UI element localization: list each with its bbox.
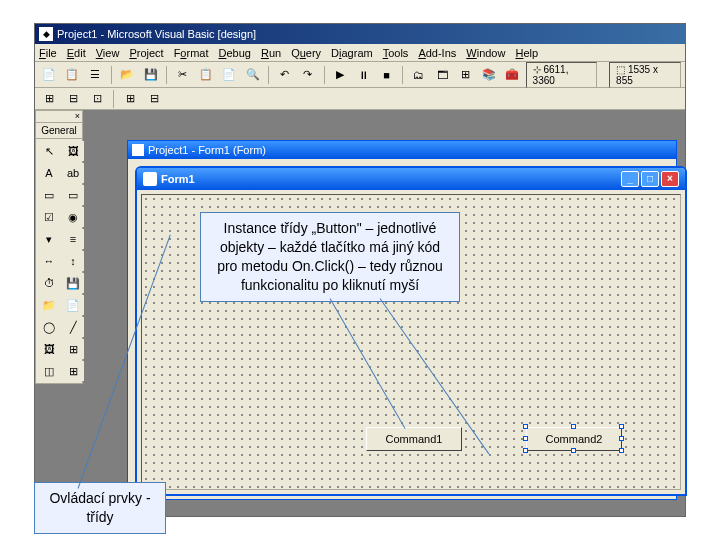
menu-file[interactable]: File (39, 47, 57, 59)
menu-run[interactable]: Run (261, 47, 281, 59)
tb2-btn3[interactable]: ⊡ (87, 89, 107, 109)
extra-tool[interactable]: ⊞ (62, 361, 84, 381)
save-button[interactable]: 💾 (141, 65, 160, 85)
form-designer-titlebar[interactable]: Project1 - Form1 (Form) (128, 141, 676, 159)
form-designer-title: Project1 - Form1 (Form) (148, 144, 266, 156)
ole-tool[interactable]: ◫ (38, 361, 60, 381)
tb2-btn4[interactable]: ⊞ (120, 89, 140, 109)
line-tool[interactable]: ╱ (62, 317, 84, 337)
menu-help[interactable]: Help (515, 47, 538, 59)
menu-editor-button[interactable]: ☰ (86, 65, 105, 85)
minimize-button[interactable]: _ (621, 171, 639, 187)
menu-debug[interactable]: Debug (218, 47, 250, 59)
form-titlebar[interactable]: Form1 _ □ × (137, 168, 685, 190)
data-tool[interactable]: ⊞ (62, 339, 84, 359)
frame-tool[interactable]: ▭ (38, 185, 60, 205)
optionbutton-tool[interactable]: ◉ (62, 207, 84, 227)
image-tool[interactable]: 🖼 (38, 339, 60, 359)
object-browser-button[interactable]: 📚 (479, 65, 498, 85)
separator (113, 90, 114, 108)
menu-tools[interactable]: Tools (383, 47, 409, 59)
menu-window[interactable]: Window (466, 47, 505, 59)
menu-edit[interactable]: Edit (67, 47, 86, 59)
callout-instance: Instance třídy „Button" – jednotlivé obj… (200, 212, 460, 302)
open-button[interactable]: 📂 (118, 65, 137, 85)
picturebox-tool[interactable]: 🖼 (62, 141, 84, 161)
selection-handle[interactable] (619, 424, 624, 429)
hscrollbar-tool[interactable]: ↔ (38, 251, 60, 271)
command1-button[interactable]: Command1 (366, 427, 462, 451)
separator (324, 66, 325, 84)
menu-view[interactable]: View (96, 47, 120, 59)
form-size: ⬚ 1535 x 855 (609, 62, 681, 88)
tb2-btn5[interactable]: ⊟ (144, 89, 164, 109)
label-tool[interactable]: A (38, 163, 60, 183)
commandbutton-tool[interactable]: ▭ (62, 185, 84, 205)
separator (166, 66, 167, 84)
toolbar: 📄 📋 ☰ 📂 💾 ✂ 📋 📄 🔍 ↶ ↷ ▶ ⏸ ■ 🗂 🗔 ⊞ 📚 🧰 ⊹ … (35, 62, 685, 88)
project-explorer-button[interactable]: 🗂 (409, 65, 428, 85)
selection-handle[interactable] (571, 448, 576, 453)
window-buttons: _ □ × (621, 171, 679, 187)
pause-button[interactable]: ⏸ (354, 65, 373, 85)
cursor-pos: ⊹ 6611, 3360 (526, 62, 597, 88)
drivelistbox-tool[interactable]: 💾 (62, 273, 84, 293)
checkbox-tool[interactable]: ☑ (38, 207, 60, 227)
toolbar-secondary: ⊞ ⊟ ⊡ ⊞ ⊟ (35, 88, 685, 110)
mdi-area: × General ↖ 🖼 A ab ▭ ▭ ☑ ◉ ▾ ≡ ↔ ↕ ⏱ 💾 📁… (35, 110, 685, 516)
tb2-btn2[interactable]: ⊟ (63, 89, 83, 109)
menubar: File Edit View Project Format Debug Run … (35, 44, 685, 62)
toolbar-status: ⊹ 6611, 3360 ⬚ 1535 x 855 (526, 62, 681, 88)
menu-format[interactable]: Format (174, 47, 209, 59)
separator (111, 66, 112, 84)
tb2-btn1[interactable]: ⊞ (39, 89, 59, 109)
listbox-tool[interactable]: ≡ (62, 229, 84, 249)
toolbox-close-button[interactable]: × (36, 111, 82, 123)
menu-diagram[interactable]: Diagram (331, 47, 373, 59)
selection-handle[interactable] (523, 424, 528, 429)
titlebar: ◆ Project1 - Microsoft Visual Basic [des… (35, 24, 685, 44)
app-title: Project1 - Microsoft Visual Basic [desig… (57, 28, 256, 40)
menu-project[interactable]: Project (129, 47, 163, 59)
separator (268, 66, 269, 84)
form-layout-button[interactable]: ⊞ (456, 65, 475, 85)
menu-query[interactable]: Query (291, 47, 321, 59)
textbox-tool[interactable]: ab (62, 163, 84, 183)
dirlistbox-tool[interactable]: 📁 (38, 295, 60, 315)
redo-button[interactable]: ↷ (298, 65, 317, 85)
selection-handle[interactable] (619, 436, 624, 441)
shape-tool[interactable]: ◯ (38, 317, 60, 337)
callout-controls: Ovládací prvky - třídy (34, 482, 166, 534)
timer-tool[interactable]: ⏱ (38, 273, 60, 293)
toolbox-tab-general[interactable]: General (36, 123, 82, 139)
selection-handle[interactable] (571, 424, 576, 429)
pointer-tool[interactable]: ↖ (38, 141, 60, 161)
selection-handle[interactable] (523, 448, 528, 453)
copy-button[interactable]: 📋 (196, 65, 215, 85)
filelistbox-tool[interactable]: 📄 (62, 295, 84, 315)
undo-button[interactable]: ↶ (275, 65, 294, 85)
maximize-button[interactable]: □ (641, 171, 659, 187)
selection-handle[interactable] (523, 436, 528, 441)
add-form-button[interactable]: 📋 (62, 65, 81, 85)
stop-button[interactable]: ■ (377, 65, 396, 85)
run-button[interactable]: ▶ (331, 65, 350, 85)
app-icon: ◆ (39, 27, 53, 41)
form-icon (132, 144, 144, 156)
paste-button[interactable]: 📄 (220, 65, 239, 85)
combobox-tool[interactable]: ▾ (38, 229, 60, 249)
properties-button[interactable]: 🗔 (433, 65, 452, 85)
toolbox-button[interactable]: 🧰 (502, 65, 521, 85)
form-title: Form1 (161, 173, 195, 185)
new-project-button[interactable]: 📄 (39, 65, 58, 85)
cut-button[interactable]: ✂ (173, 65, 192, 85)
vscrollbar-tool[interactable]: ↕ (62, 251, 84, 271)
close-button[interactable]: × (661, 171, 679, 187)
find-button[interactable]: 🔍 (243, 65, 262, 85)
separator (402, 66, 403, 84)
tool-grid: ↖ 🖼 A ab ▭ ▭ ☑ ◉ ▾ ≡ ↔ ↕ ⏱ 💾 📁 📄 ◯ ╱ 🖼 ⊞ (36, 139, 82, 383)
menu-addins[interactable]: Add-Ins (418, 47, 456, 59)
toolbox: × General ↖ 🖼 A ab ▭ ▭ ☑ ◉ ▾ ≡ ↔ ↕ ⏱ 💾 📁… (35, 110, 83, 384)
selection-handle[interactable] (619, 448, 624, 453)
form-titlebar-icon (143, 172, 157, 186)
